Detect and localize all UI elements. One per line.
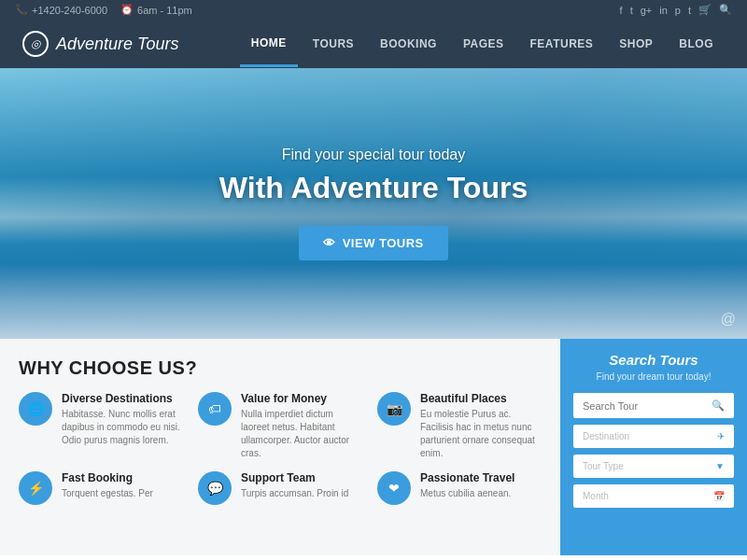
feature-desc: Habitasse. Nunc mollis erat dapibus in c… (62, 408, 183, 447)
why-choose-section: WHY CHOOSE US? 🌐 Diverse Destinations Ha… (0, 339, 560, 555)
tour-type-field[interactable]: Tour Type ▼ (573, 455, 734, 478)
clock-icon: ⏰ (120, 4, 134, 16)
passionate-travel-icon: ❤ (377, 471, 411, 505)
feature-desc: Eu molestie Purus ac. Facilisis hac in m… (420, 408, 542, 460)
month-field[interactable]: Month 📅 (573, 484, 734, 508)
feature-beautiful-places: 📷 Beautiful Places Eu molestie Purus ac.… (377, 392, 542, 460)
feature-fast-booking-text: Fast Booking Torquent egestas. Per (62, 471, 153, 500)
search-tour-field[interactable]: 🔍 (573, 393, 734, 418)
search-tour-icon: 🔍 (712, 399, 725, 412)
social-tumblr[interactable]: t (688, 5, 691, 16)
feature-desc: Turpis accumsan. Proin id (241, 487, 348, 500)
search-icon[interactable]: 🔍 (719, 4, 732, 16)
feature-title: Passionate Travel (420, 471, 514, 484)
nav-home[interactable]: HOME (240, 21, 298, 67)
month-label: Month (583, 491, 609, 501)
header: ◎ Adventure Tours HOME TOURS BOOKING PAG… (0, 20, 747, 68)
nav-shop[interactable]: SHOP (608, 22, 664, 65)
features-grid: 🌐 Diverse Destinations Habitasse. Nunc m… (19, 392, 542, 505)
month-calendar-icon: 📅 (713, 491, 725, 501)
tour-type-label: Tour Type (583, 461, 624, 471)
feature-title: Fast Booking (62, 471, 153, 484)
search-tour-input[interactable] (583, 400, 712, 412)
feature-desc: Metus cubilia aenean. (420, 487, 514, 500)
eye-icon: 👁 (323, 236, 336, 250)
social-instagram[interactable]: in (659, 5, 668, 16)
destination-chevron-icon: ✈ (717, 431, 725, 441)
feature-value-money: 🏷 Value for Money Nulla imperdiet dictum… (198, 392, 362, 460)
feature-title: Diverse Destinations (62, 392, 183, 405)
diverse-destinations-icon: 🌐 (19, 392, 52, 426)
social-gplus[interactable]: g+ (641, 5, 653, 16)
main-nav: HOME TOURS BOOKING PAGES FEATURES SHOP B… (240, 21, 725, 67)
nav-booking[interactable]: BOOKING (369, 22, 448, 65)
feature-support-team: 💬 Support Team Turpis accumsan. Proin id (198, 471, 362, 505)
top-bar-right: f t g+ in p t 🛒 🔍 (620, 4, 732, 16)
nav-tours[interactable]: TOURS (302, 22, 365, 65)
cart-icon[interactable]: 🛒 (698, 4, 712, 16)
logo: ◎ Adventure Tours (22, 31, 178, 57)
destination-label: Destination (583, 431, 629, 441)
beautiful-places-icon: 📷 (377, 392, 411, 426)
social-facebook[interactable]: f (620, 5, 623, 16)
fast-booking-icon: ⚡ (19, 471, 52, 505)
phone-number: +1420-240-6000 (32, 5, 107, 16)
hero-content: Find your special tour today With Advent… (219, 147, 528, 260)
feature-passionate-travel-text: Passionate Travel Metus cubilia aenean. (420, 471, 514, 500)
destination-field[interactable]: Destination ✈ (573, 425, 734, 448)
feature-diverse-destinations: 🌐 Diverse Destinations Habitasse. Nunc m… (19, 392, 183, 460)
view-tours-button[interactable]: 👁 VIEW TOURS (299, 226, 448, 260)
feature-desc: Torquent egestas. Per (62, 487, 153, 500)
logo-icon: ◎ (22, 31, 49, 57)
view-tours-label: VIEW TOURS (343, 236, 424, 250)
feature-desc: Nulla imperdiet dictum laoreet netus. Ha… (241, 408, 362, 460)
feature-title: Support Team (241, 471, 348, 484)
hero-subtitle: Find your special tour today (219, 147, 528, 163)
feature-support-team-text: Support Team Turpis accumsan. Proin id (241, 471, 348, 500)
search-subtitle: Find your dream tour today! (573, 371, 734, 382)
logo-text: Adventure Tours (56, 35, 178, 54)
nav-pages[interactable]: PAGES (452, 22, 515, 65)
feature-title: Value for Money (241, 392, 362, 405)
hours-info: ⏰ 6am - 11pm (120, 4, 192, 16)
search-title: Search Tours (573, 352, 734, 368)
support-team-icon: 💬 (198, 471, 232, 505)
nav-features[interactable]: FEATURES (519, 22, 605, 65)
phone-info: 📞 +1420-240-6000 (15, 4, 107, 16)
social-pinterest[interactable]: p (675, 5, 681, 16)
phone-icon: 📞 (15, 4, 28, 16)
hours-text: 6am - 11pm (137, 5, 192, 16)
hero-title: With Adventure Tours (219, 171, 528, 205)
value-money-icon: 🏷 (198, 392, 232, 426)
feature-passionate-travel: ❤ Passionate Travel Metus cubilia aenean… (377, 471, 542, 505)
feature-diverse-destinations-text: Diverse Destinations Habitasse. Nunc mol… (62, 392, 183, 447)
feature-value-money-text: Value for Money Nulla imperdiet dictum l… (241, 392, 362, 460)
top-bar-left: 📞 +1420-240-6000 ⏰ 6am - 11pm (15, 4, 192, 16)
hero-section: Find your special tour today With Advent… (0, 68, 747, 339)
feature-title: Beautiful Places (420, 392, 542, 405)
tour-type-chevron-icon: ▼ (715, 461, 725, 471)
social-twitter[interactable]: t (630, 5, 633, 16)
bottom-section: WHY CHOOSE US? 🌐 Diverse Destinations Ha… (0, 339, 747, 555)
search-sidebar: Search Tours Find your dream tour today!… (560, 339, 747, 555)
nav-blog[interactable]: BLOG (668, 22, 725, 65)
top-bar: 📞 +1420-240-6000 ⏰ 6am - 11pm f t g+ in … (0, 0, 747, 20)
feature-beautiful-places-text: Beautiful Places Eu molestie Purus ac. F… (420, 392, 542, 460)
watermark-icon: @ (721, 311, 736, 328)
why-choose-title: WHY CHOOSE US? (19, 357, 542, 379)
feature-fast-booking: ⚡ Fast Booking Torquent egestas. Per (19, 471, 183, 505)
